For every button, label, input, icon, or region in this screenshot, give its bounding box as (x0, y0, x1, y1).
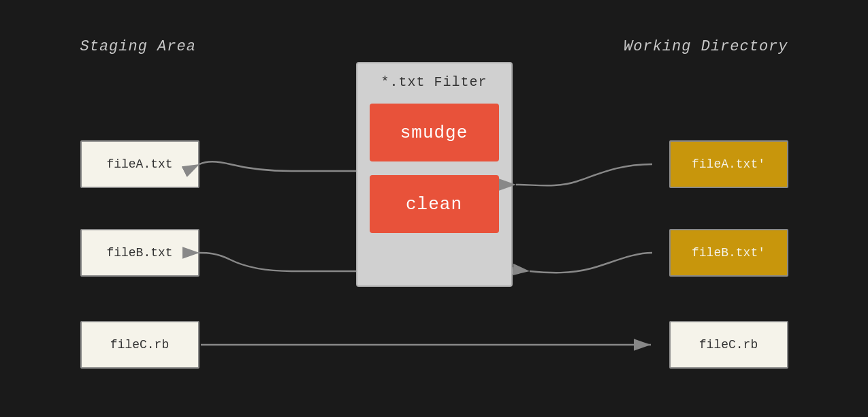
staging-area-label: Staging Area (80, 38, 196, 55)
arrow-clean-to-fileB-staging (199, 253, 356, 271)
arrow-fileA-working-to-smudge (516, 164, 652, 185)
filter-box: *.txt Filter smudge clean (356, 62, 513, 287)
diagram: Staging Area Working Directory *.txt Fil… (60, 25, 809, 392)
arrow-smudge-to-fileA-staging (199, 161, 356, 171)
working-directory-label: Working Directory (624, 38, 788, 55)
clean-button[interactable]: clean (370, 175, 499, 233)
filter-title: *.txt Filter (381, 74, 487, 90)
fileB-staging: fileB.txt (80, 229, 199, 277)
fileC-working: fileC.rb (669, 321, 788, 369)
smudge-button[interactable]: smudge (370, 104, 499, 161)
fileA-staging: fileA.txt (80, 140, 199, 188)
fileB-working: fileB.txt' (669, 229, 788, 277)
fileC-staging: fileC.rb (80, 321, 199, 369)
arrow-fileB-working-to-clean (530, 253, 652, 273)
fileA-working: fileA.txt' (669, 140, 788, 188)
